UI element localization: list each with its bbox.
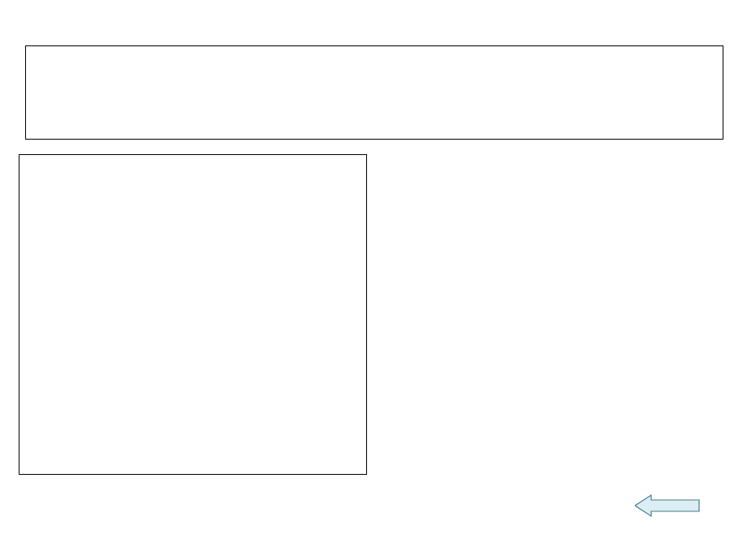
left-rectangle — [19, 154, 367, 475]
left-arrow-icon — [635, 493, 700, 518]
svg-marker-0 — [635, 495, 699, 516]
top-rectangle — [25, 45, 723, 140]
back-arrow-button[interactable] — [635, 493, 700, 518]
